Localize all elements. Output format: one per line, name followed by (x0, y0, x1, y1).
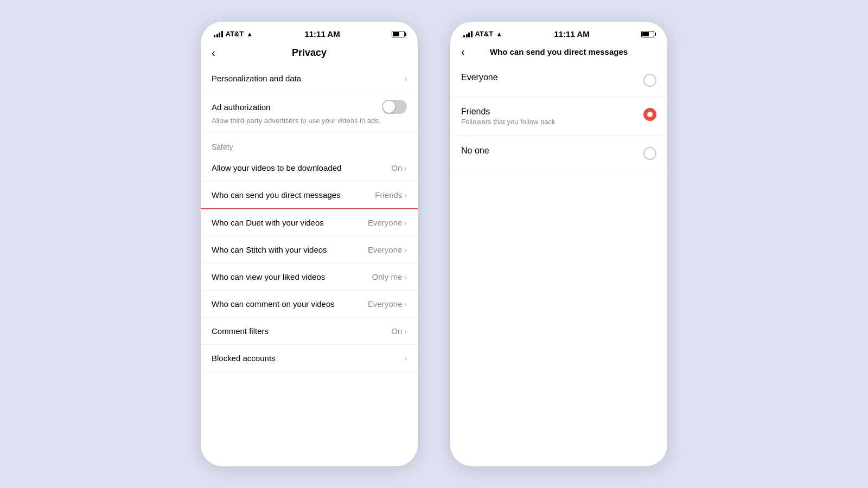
ad-auth-description: Allow third-party advertisers to use you… (212, 116, 380, 126)
chevron-icon-blocked: › (404, 354, 407, 363)
status-left-1: AT&T ▲ (214, 30, 253, 38)
radio-button-no-one[interactable] (643, 147, 656, 160)
list-item-direct-messages[interactable]: Who can send you direct messages Friends… (201, 182, 418, 209)
privacy-content: Personalization and data › Ad authorizat… (201, 65, 418, 466)
chevron-icon-duet: › (404, 219, 407, 227)
status-right-2 (641, 31, 654, 37)
privacy-header: ‹ Privacy (201, 43, 418, 65)
item-right-comment-filters: On › (391, 326, 407, 336)
item-label-blocked: Blocked accounts (212, 354, 404, 363)
chevron-icon-download: › (404, 164, 407, 172)
radio-button-friends[interactable] (643, 108, 656, 121)
item-value-duet: Everyone (368, 218, 402, 227)
carrier-label-2: AT&T (475, 30, 494, 38)
item-label-personalization: Personalization and data (212, 74, 404, 83)
list-item-personalization[interactable]: Personalization and data › (201, 65, 418, 92)
status-bar-1: AT&T ▲ 11:11 AM (201, 22, 418, 43)
item-right-liked: Only me › (372, 272, 407, 281)
dm-header: ‹ Who can send you direct messages (450, 43, 667, 63)
radio-sublabel-friends: Followers that you follow back (461, 118, 643, 126)
item-right-personalization: › (404, 74, 407, 83)
item-right-comment: Everyone › (368, 299, 407, 309)
list-item-stitch[interactable]: Who can Stitch with your videos Everyone… (201, 236, 418, 264)
item-label-ad-auth: Ad authorization (212, 102, 382, 112)
item-label-comment: Who can comment on your videos (212, 299, 368, 309)
item-right-download: On › (391, 163, 407, 172)
radio-item-no-one[interactable]: No one (450, 136, 667, 170)
radio-item-everyone[interactable]: Everyone (450, 63, 667, 97)
radio-info-no-one: No one (461, 146, 643, 156)
item-label-download: Allow your videos to be downloaded (212, 163, 391, 172)
radio-button-everyone[interactable] (643, 74, 656, 87)
item-value-comment: Everyone (368, 299, 402, 309)
item-right-stitch: Everyone › (368, 245, 407, 254)
radio-item-friends[interactable]: Friends Followers that you follow back (450, 97, 667, 136)
signal-icon-2 (463, 31, 473, 37)
item-label-stitch: Who can Stitch with your videos (212, 245, 368, 254)
chevron-icon-comment-filters: › (404, 327, 407, 336)
item-value-download: On (391, 163, 402, 172)
chevron-icon-direct-messages: › (404, 191, 407, 200)
time-label-1: 11:11 AM (304, 29, 340, 38)
list-item-duet[interactable]: Who can Duet with your videos Everyone › (201, 209, 418, 236)
item-right-blocked: › (404, 354, 407, 363)
item-right-duet: Everyone › (368, 218, 407, 227)
dm-content: Everyone Friends Followers that you foll… (450, 63, 667, 466)
battery-icon-1 (392, 31, 405, 37)
phone-direct-messages: AT&T ▲ 11:11 AM ‹ Who can send you direc… (450, 22, 667, 466)
chevron-icon-liked: › (404, 273, 407, 281)
item-right-direct-messages: Friends › (375, 190, 407, 200)
chevron-icon-stitch: › (404, 246, 407, 254)
signal-icon (214, 31, 223, 37)
radio-info-everyone: Everyone (461, 73, 643, 82)
page-title-2: Who can send you direct messages (490, 47, 628, 56)
item-value-stitch: Everyone (368, 245, 402, 254)
radio-label-everyone: Everyone (461, 73, 643, 82)
time-label-2: 11:11 AM (554, 29, 589, 38)
back-button-1[interactable]: ‹ (212, 47, 215, 59)
item-value-liked: Only me (372, 272, 402, 281)
status-left-2: AT&T ▲ (463, 30, 502, 38)
status-right-1 (392, 31, 405, 37)
list-item-ad-auth[interactable]: Ad authorization Allow third-party adver… (201, 92, 418, 134)
radio-label-no-one: No one (461, 146, 643, 156)
wifi-icon: ▲ (246, 30, 253, 38)
ad-auth-toggle[interactable] (382, 100, 407, 114)
ad-auth-row: Ad authorization (212, 100, 407, 114)
list-item-comment[interactable]: Who can comment on your videos Everyone … (201, 291, 418, 318)
carrier-label: AT&T (226, 30, 244, 38)
phone-privacy: AT&T ▲ 11:11 AM ‹ Privacy Personalizatio… (201, 22, 418, 466)
page-title-1: Privacy (292, 47, 327, 59)
item-label-direct-messages: Who can send you direct messages (212, 190, 375, 200)
wifi-icon-2: ▲ (496, 30, 502, 38)
chevron-icon-personalization: › (404, 74, 407, 83)
list-item-download[interactable]: Allow your videos to be downloaded On › (201, 155, 418, 182)
item-value-comment-filters: On (391, 326, 402, 336)
item-label-duet: Who can Duet with your videos (212, 218, 368, 227)
item-label-comment-filters: Comment filters (212, 326, 391, 336)
battery-icon-2 (641, 31, 654, 37)
section-header-safety: Safety (201, 134, 418, 155)
item-value-direct-messages: Friends (375, 190, 402, 200)
radio-info-friends: Friends Followers that you follow back (461, 107, 643, 126)
chevron-icon-comment: › (404, 300, 407, 309)
list-item-liked[interactable]: Who can view your liked videos Only me › (201, 264, 418, 291)
item-label-liked: Who can view your liked videos (212, 272, 372, 281)
back-button-2[interactable]: ‹ (461, 46, 465, 58)
status-bar-2: AT&T ▲ 11:11 AM (450, 22, 667, 43)
list-item-comment-filters[interactable]: Comment filters On › (201, 318, 418, 345)
list-item-blocked[interactable]: Blocked accounts › (201, 345, 418, 372)
radio-label-friends: Friends (461, 107, 643, 117)
